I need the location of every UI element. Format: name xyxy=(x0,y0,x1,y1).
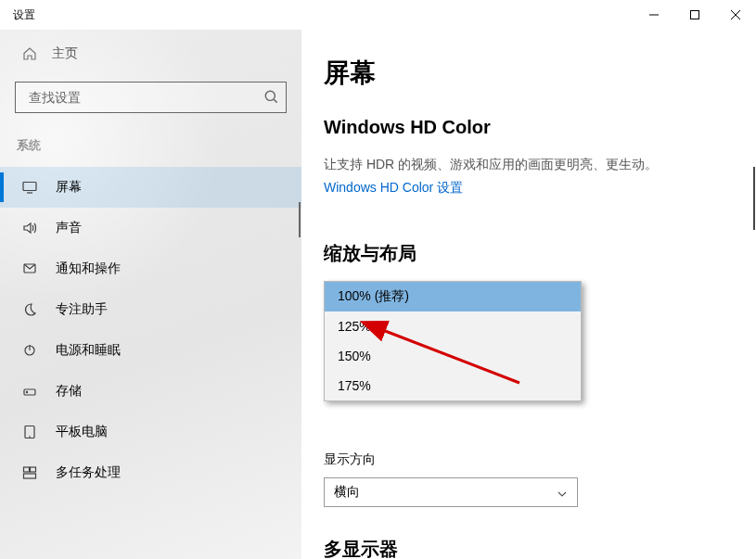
sidebar-scrollbar[interactable] xyxy=(299,202,301,237)
scale-option-150[interactable]: 150% xyxy=(325,341,581,371)
content-pane: 屏幕 Windows HD Color 让支持 HDR 的视频、游戏和应用的画面… xyxy=(301,30,756,559)
sidebar-item-label: 专注助手 xyxy=(56,301,108,318)
sidebar-item-power-sleep[interactable]: 电源和睡眠 xyxy=(0,330,301,371)
sidebar-item-label: 屏幕 xyxy=(56,179,82,196)
page-title: 屏幕 xyxy=(301,30,756,91)
hd-color-title: Windows HD Color xyxy=(301,91,756,138)
orientation-selected-value: 横向 xyxy=(334,484,360,501)
sidebar-item-label: 声音 xyxy=(56,220,82,236)
search-input[interactable] xyxy=(29,90,263,105)
search-field[interactable] xyxy=(15,82,287,113)
tablet-icon xyxy=(22,425,37,439)
minimize-button[interactable] xyxy=(634,0,674,30)
svg-point-12 xyxy=(26,391,27,392)
multi-display-section-header: 多显示器 xyxy=(301,507,756,559)
scale-option-100[interactable]: 100% (推荐) xyxy=(325,282,581,311)
window-controls xyxy=(634,0,756,30)
svg-point-4 xyxy=(265,91,275,100)
search-icon xyxy=(263,89,280,106)
chevron-down-icon xyxy=(557,487,568,498)
home-icon xyxy=(22,46,37,61)
sidebar-item-multitasking[interactable]: 多任务处理 xyxy=(0,452,301,493)
drive-icon xyxy=(22,384,37,399)
power-icon xyxy=(22,343,37,358)
orientation-dropdown[interactable]: 横向 xyxy=(324,477,578,507)
home-button[interactable]: 主页 xyxy=(0,33,301,74)
sidebar-item-label: 多任务处理 xyxy=(56,464,121,481)
speaker-icon xyxy=(22,221,37,235)
window-title: 设置 xyxy=(13,7,35,23)
sidebar-item-label: 存储 xyxy=(56,383,82,400)
sidebar-item-storage[interactable]: 存储 xyxy=(0,371,301,412)
sidebar-item-label: 电源和睡眠 xyxy=(56,342,121,359)
content-scrollbar[interactable] xyxy=(753,167,755,230)
svg-rect-15 xyxy=(24,467,30,472)
scale-option-125[interactable]: 125% xyxy=(325,311,581,341)
sidebar: 主页 系统 屏幕 声音 通知和操作 专注助手 电源和睡眠 xyxy=(0,30,301,559)
svg-line-5 xyxy=(274,99,276,102)
svg-rect-6 xyxy=(23,183,36,191)
sidebar-item-label: 平板电脑 xyxy=(56,424,108,440)
sidebar-section-header: 系统 xyxy=(0,113,301,167)
scale-option-175[interactable]: 175% xyxy=(325,371,581,400)
sidebar-item-label: 通知和操作 xyxy=(56,260,121,277)
scale-layout-section-header: 缩放与布局 xyxy=(301,197,756,266)
close-button[interactable] xyxy=(715,0,756,30)
hd-color-description: 让支持 HDR 的视频、游戏和应用的画面更明亮、更生动。 xyxy=(301,138,756,174)
sidebar-item-notifications[interactable]: 通知和操作 xyxy=(0,248,301,289)
scale-dropdown-popup: 100% (推荐) 125% 150% 175% xyxy=(324,281,582,401)
monitor-icon xyxy=(22,180,37,195)
hd-color-settings-link[interactable]: Windows HD Color 设置 xyxy=(301,174,463,197)
svg-rect-17 xyxy=(24,474,36,478)
sidebar-item-display[interactable]: 屏幕 xyxy=(0,167,301,208)
orientation-field-label: 显示方向 xyxy=(301,444,756,468)
sidebar-item-focus-assist[interactable]: 专注助手 xyxy=(0,289,301,330)
maximize-button[interactable] xyxy=(674,0,715,30)
svg-rect-16 xyxy=(31,467,36,472)
title-bar: 设置 xyxy=(0,0,756,30)
moon-icon xyxy=(22,302,37,317)
sidebar-item-tablet[interactable]: 平板电脑 xyxy=(0,412,301,452)
notification-icon xyxy=(22,261,37,276)
home-label: 主页 xyxy=(52,45,78,62)
svg-rect-1 xyxy=(691,11,699,19)
svg-rect-11 xyxy=(24,389,35,395)
multitask-icon xyxy=(22,465,37,480)
sidebar-item-sound[interactable]: 声音 xyxy=(0,208,301,248)
